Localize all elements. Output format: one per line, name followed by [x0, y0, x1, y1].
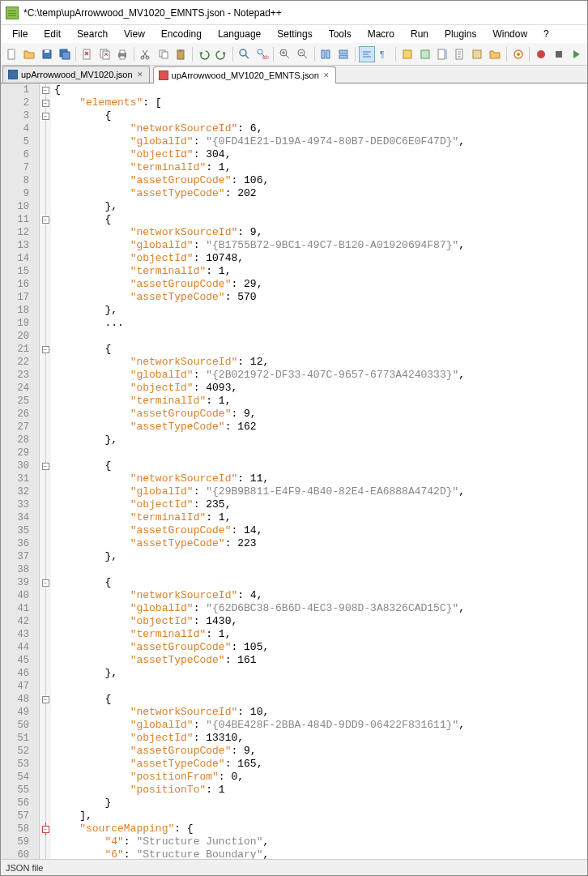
code-line[interactable]: "assetGroupCode": 106,: [51, 174, 587, 187]
code-line[interactable]: ...: [51, 317, 587, 330]
new-file-button[interactable]: [4, 46, 20, 62]
menu-language[interactable]: Language: [210, 27, 269, 41]
tab-0[interactable]: upArrowwood_MV1020.json✕: [2, 66, 150, 83]
code-line[interactable]: "networkSourceId": 11,: [51, 472, 587, 485]
fold-column[interactable]: −−−−−−−−−: [40, 83, 51, 859]
tab-close-button[interactable]: ✕: [322, 71, 330, 79]
fold-marker[interactable]: −: [40, 343, 51, 356]
code-line[interactable]: "assetGroupCode": 14,: [51, 524, 587, 537]
menu-plugins[interactable]: Plugins: [437, 27, 484, 41]
code-line[interactable]: "objectId": 304,: [51, 148, 587, 161]
code-line[interactable]: },: [51, 304, 587, 317]
indent-guide-button[interactable]: [399, 46, 415, 62]
play-macro-button[interactable]: [569, 46, 585, 62]
code-line[interactable]: {: [51, 576, 587, 589]
code-line[interactable]: },: [51, 434, 587, 447]
menu-?[interactable]: ?: [535, 27, 557, 41]
paste-button[interactable]: [173, 46, 189, 62]
code-line[interactable]: [51, 680, 587, 693]
fold-marker[interactable]: −: [40, 109, 51, 122]
code-line[interactable]: "positionTo": 1: [51, 784, 587, 797]
code-line[interactable]: "objectId": 10748,: [51, 252, 587, 265]
code-line[interactable]: "4": "Structure Junction",: [51, 835, 587, 848]
code-line[interactable]: "elements": [: [51, 96, 587, 109]
code-line[interactable]: "terminalId": 1,: [51, 265, 587, 278]
code-line[interactable]: "terminalId": 1,: [51, 395, 587, 408]
show-all-chars-button[interactable]: ¶: [377, 46, 393, 62]
sync-h-button[interactable]: [335, 46, 352, 62]
code-line[interactable]: },: [51, 667, 587, 680]
code-line[interactable]: [51, 447, 587, 459]
code-line[interactable]: "globalId": "{2B021972-DF33-407C-9657-67…: [51, 369, 587, 382]
code-line[interactable]: "assetTypeCode": 162: [51, 421, 587, 434]
undo-button[interactable]: [196, 46, 212, 62]
record-macro-button[interactable]: [533, 46, 549, 62]
code-line[interactable]: "terminalId": 1,: [51, 161, 587, 174]
code-line[interactable]: "assetTypeCode": 202: [51, 187, 587, 200]
close-button[interactable]: [79, 46, 96, 62]
fold-marker[interactable]: −: [40, 693, 51, 706]
code-line[interactable]: {: [51, 83, 587, 96]
code-line[interactable]: "assetGroupCode": 9,: [51, 408, 587, 421]
code-line[interactable]: ],: [51, 810, 587, 823]
close-all-button[interactable]: [97, 46, 113, 62]
code-line[interactable]: "6": "Structure Boundary",: [51, 848, 587, 859]
code-area[interactable]: { "elements": [ { "networkSourceId": 6, …: [51, 83, 587, 859]
code-line[interactable]: }: [51, 797, 587, 810]
menu-tools[interactable]: Tools: [321, 27, 360, 41]
code-line[interactable]: "globalId": "{62D6BC38-6B6D-4EC3-908D-3A…: [51, 602, 587, 615]
doc-list-button[interactable]: [452, 46, 468, 62]
folder-button[interactable]: [487, 46, 503, 62]
user-lang-button[interactable]: [417, 46, 433, 62]
fold-marker[interactable]: −: [40, 823, 51, 835]
fold-marker[interactable]: −: [40, 83, 51, 96]
code-line[interactable]: "assetTypeCode": 223: [51, 537, 587, 550]
code-line[interactable]: "assetTypeCode": 161: [51, 654, 587, 667]
fold-marker[interactable]: −: [40, 96, 51, 109]
code-line[interactable]: "objectId": 235,: [51, 498, 587, 511]
print-button[interactable]: [115, 46, 131, 62]
menu-macro[interactable]: Macro: [360, 27, 403, 41]
menu-file[interactable]: File: [4, 27, 36, 41]
doc-map-button[interactable]: [434, 46, 450, 62]
editor[interactable]: 1234567891011121314151617181920212223242…: [1, 83, 587, 859]
menu-settings[interactable]: Settings: [269, 27, 320, 41]
code-line[interactable]: "assetGroupCode": 29,: [51, 278, 587, 291]
code-line[interactable]: "objectId": 13310,: [51, 732, 587, 745]
code-line[interactable]: },: [51, 550, 587, 563]
code-line[interactable]: {: [51, 213, 587, 226]
code-line[interactable]: {: [51, 693, 587, 706]
menu-encoding[interactable]: Encoding: [153, 27, 210, 41]
code-line[interactable]: "objectId": 4093,: [51, 382, 587, 395]
function-list-button[interactable]: [470, 46, 486, 62]
menu-edit[interactable]: Edit: [36, 27, 69, 41]
fold-marker[interactable]: −: [40, 459, 51, 472]
menu-window[interactable]: Window: [484, 27, 535, 41]
code-line[interactable]: "networkSourceId": 10,: [51, 706, 587, 719]
code-line[interactable]: "assetTypeCode": 570: [51, 291, 587, 304]
code-line[interactable]: "globalId": "{04BE428F-2BBA-484D-9DD9-06…: [51, 719, 587, 732]
zoom-in-button[interactable]: [277, 46, 293, 62]
code-line[interactable]: [51, 563, 587, 576]
code-line[interactable]: {: [51, 109, 587, 122]
stop-macro-button[interactable]: [551, 46, 567, 62]
code-line[interactable]: "terminalId": 1,: [51, 511, 587, 524]
sync-v-button[interactable]: [318, 46, 334, 62]
word-wrap-button[interactable]: [359, 46, 375, 62]
open-file-button[interactable]: [22, 46, 38, 62]
code-line[interactable]: "globalId": "{29B9B811-E4F9-4B40-82E4-EA…: [51, 485, 587, 498]
code-line[interactable]: "globalId": "{0FD41E21-D19A-4974-80B7-DE…: [51, 135, 587, 148]
copy-button[interactable]: [156, 46, 172, 62]
save-all-button[interactable]: [57, 46, 73, 62]
code-line[interactable]: "assetTypeCode": 165,: [51, 758, 587, 771]
code-line[interactable]: "positionFrom": 0,: [51, 771, 587, 784]
code-line[interactable]: "networkSourceId": 6,: [51, 122, 587, 135]
code-line[interactable]: "networkSourceId": 4,: [51, 589, 587, 602]
fold-marker[interactable]: −: [40, 213, 51, 226]
tab-close-button[interactable]: ✕: [136, 71, 144, 79]
zoom-out-button[interactable]: [295, 46, 311, 62]
code-line[interactable]: [51, 330, 587, 343]
code-line[interactable]: "objectId": 1430,: [51, 615, 587, 628]
code-line[interactable]: "globalId": "{B1755B72-9BC1-49C7-B120-A0…: [51, 239, 587, 252]
find-button[interactable]: [236, 46, 253, 62]
